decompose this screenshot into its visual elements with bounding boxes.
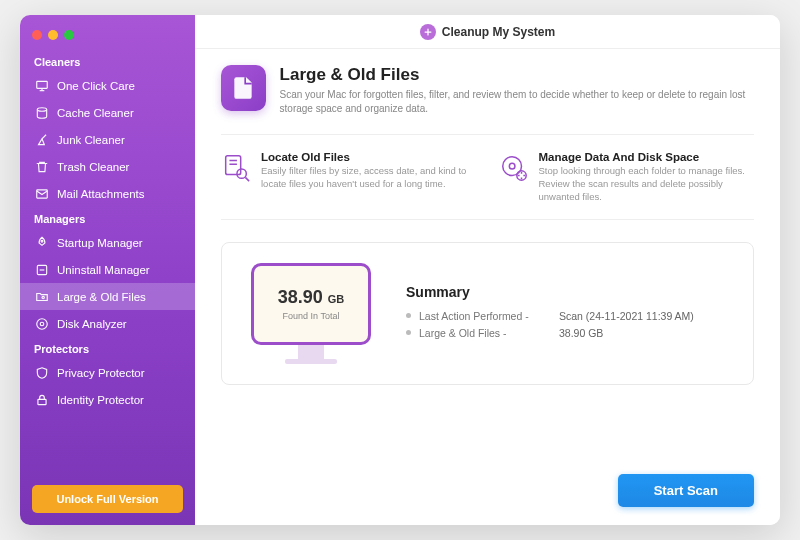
sidebar-item-label: Cache Cleaner: [57, 107, 134, 119]
section-cleaners-label: Cleaners: [20, 50, 195, 72]
feature-desc: Stop looking through each folder to mana…: [539, 165, 755, 203]
sidebar-item-label: Trash Cleaner: [57, 161, 129, 173]
summary-size-unit: GB: [328, 293, 345, 305]
sidebar-item-large-old-files[interactable]: Large & Old Files: [20, 283, 195, 310]
svg-point-18: [509, 163, 515, 169]
summary-row-label: Large & Old Files -: [419, 327, 559, 339]
sidebar-item-startup-manager[interactable]: Startup Manager: [20, 229, 195, 256]
svg-line-16: [245, 177, 249, 181]
summary-monitor-graphic: 38.90 GB Found In Total: [246, 263, 376, 364]
maximize-icon[interactable]: [64, 30, 74, 40]
sidebar-item-label: One Click Care: [57, 80, 135, 92]
content-area: Large & Old Files Scan your Mac for forg…: [195, 49, 780, 474]
shield-icon: [34, 365, 49, 380]
sidebar-item-mail-attachments[interactable]: Mail Attachments: [20, 180, 195, 207]
unlock-button[interactable]: Unlock Full Version: [32, 485, 183, 513]
summary-size-value: 38.90: [278, 287, 323, 307]
sidebar: Cleaners One Click Care Cache Cleaner Ju…: [20, 15, 195, 525]
main-panel: Cleanup My System Large & Old Files Scan…: [195, 15, 780, 525]
bullet-icon: [406, 330, 411, 335]
page-subtitle: Scan your Mac for forgotten files, filte…: [280, 88, 754, 116]
feature-desc: Easily filter files by size, access date…: [261, 165, 477, 191]
minimize-icon[interactable]: [48, 30, 58, 40]
svg-rect-11: [37, 399, 45, 404]
footer: Start Scan: [195, 474, 780, 525]
app-window: Cleaners One Click Care Cache Cleaner Ju…: [20, 15, 780, 525]
trash-icon: [34, 159, 49, 174]
bullet-icon: [406, 313, 411, 318]
sidebar-item-uninstall-manager[interactable]: Uninstall Manager: [20, 256, 195, 283]
disk-cog-icon: [499, 151, 529, 185]
sidebar-item-label: Disk Analyzer: [57, 318, 127, 330]
sidebar-item-identity-protector[interactable]: Identity Protector: [20, 386, 195, 413]
summary-size-caption: Found In Total: [283, 311, 340, 321]
start-scan-button[interactable]: Start Scan: [618, 474, 754, 507]
sidebar-item-junk-cleaner[interactable]: Junk Cleaner: [20, 126, 195, 153]
summary-title: Summary: [406, 284, 694, 300]
feature-title: Locate Old Files: [261, 151, 477, 163]
svg-point-3: [37, 107, 46, 111]
uninstall-icon: [34, 262, 49, 277]
summary-row-value: 38.90 GB: [559, 327, 603, 339]
svg-rect-12: [226, 156, 241, 175]
titlebar: Cleanup My System: [195, 15, 780, 49]
summary-row-label: Last Action Performed -: [419, 310, 559, 322]
mail-icon: [34, 186, 49, 201]
sidebar-item-one-click-care[interactable]: One Click Care: [20, 72, 195, 99]
page-header: Large & Old Files Scan your Mac for forg…: [221, 65, 754, 116]
app-title: Cleanup My System: [442, 25, 555, 39]
feature-title: Manage Data And Disk Space: [539, 151, 755, 163]
app-logo-icon: [420, 24, 436, 40]
sidebar-item-label: Uninstall Manager: [57, 264, 150, 276]
svg-point-10: [40, 322, 44, 326]
sidebar-item-label: Large & Old Files: [57, 291, 146, 303]
section-managers-label: Managers: [20, 207, 195, 229]
sidebar-item-privacy-protector[interactable]: Privacy Protector: [20, 359, 195, 386]
broom-icon: [34, 132, 49, 147]
section-protectors-label: Protectors: [20, 337, 195, 359]
svg-point-15: [237, 169, 246, 178]
sidebar-item-cache-cleaner[interactable]: Cache Cleaner: [20, 99, 195, 126]
lock-icon: [34, 392, 49, 407]
sidebar-item-label: Mail Attachments: [57, 188, 145, 200]
svg-rect-0: [36, 81, 47, 88]
svg-point-5: [41, 240, 43, 242]
summary-row-value: Scan (24-11-2021 11:39 AM): [559, 310, 694, 322]
window-controls: [20, 25, 195, 50]
feature-manage: Manage Data And Disk Space Stop looking …: [499, 151, 755, 203]
sidebar-item-label: Identity Protector: [57, 394, 144, 406]
sidebar-item-disk-analyzer[interactable]: Disk Analyzer: [20, 310, 195, 337]
monitor-icon: [34, 78, 49, 93]
features-row: Locate Old Files Easily filter files by …: [221, 134, 754, 220]
sidebar-item-label: Privacy Protector: [57, 367, 145, 379]
magnifier-file-icon: [221, 151, 251, 185]
sidebar-item-trash-cleaner[interactable]: Trash Cleaner: [20, 153, 195, 180]
svg-point-9: [36, 318, 47, 329]
sidebar-item-label: Junk Cleaner: [57, 134, 125, 146]
disk-icon: [34, 316, 49, 331]
page-title: Large & Old Files: [280, 65, 754, 85]
page-header-icon: [221, 65, 266, 111]
folder-search-icon: [34, 289, 49, 304]
summary-row: Large & Old Files - 38.90 GB: [406, 327, 694, 339]
rocket-icon: [34, 235, 49, 250]
summary-row: Last Action Performed - Scan (24-11-2021…: [406, 310, 694, 322]
feature-locate: Locate Old Files Easily filter files by …: [221, 151, 477, 203]
close-icon[interactable]: [32, 30, 42, 40]
summary-card: 38.90 GB Found In Total Summary Last Act…: [221, 242, 754, 385]
database-icon: [34, 105, 49, 120]
sidebar-item-label: Startup Manager: [57, 237, 143, 249]
svg-point-8: [42, 296, 44, 298]
